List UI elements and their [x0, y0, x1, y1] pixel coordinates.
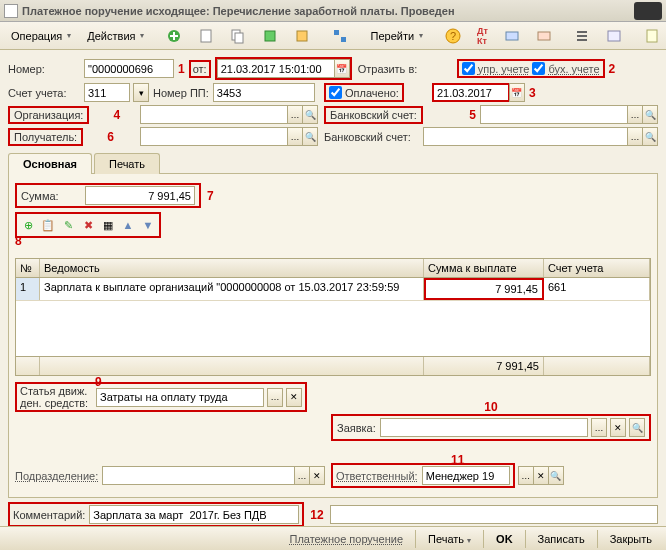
pp-link[interactable]: Платежное поручение [281, 530, 411, 548]
article-clear-icon[interactable]: ✕ [286, 388, 302, 407]
svg-rect-4 [265, 31, 275, 41]
request-clear-icon[interactable]: ✕ [610, 418, 626, 437]
help-icon[interactable]: ? [438, 25, 468, 47]
paid-date-field[interactable] [432, 83, 510, 102]
resp-dots-icon[interactable]: … [518, 466, 534, 485]
row-up-icon[interactable]: ▲ [119, 216, 137, 234]
mark-10: 10 [331, 400, 651, 414]
pp-field[interactable] [213, 83, 315, 102]
recipient-field[interactable] [140, 127, 288, 146]
bank1-field[interactable] [480, 105, 628, 124]
resp-clear-icon[interactable]: ✕ [533, 466, 549, 485]
resp-label: Ответственный: [336, 470, 418, 482]
request-dots-icon[interactable]: … [591, 418, 607, 437]
window-title: Платежное поручение исходящее: Перечисле… [22, 5, 634, 17]
svg-text:?: ? [450, 30, 456, 42]
upr-checkbox[interactable] [462, 62, 475, 75]
bank2-field[interactable] [423, 127, 628, 146]
svg-rect-13 [647, 30, 657, 42]
tool-a-icon[interactable] [497, 25, 527, 47]
resp-search-icon[interactable]: 🔍 [548, 466, 564, 485]
struct-icon[interactable] [325, 25, 355, 47]
operation-menu[interactable]: Операция [4, 27, 78, 45]
ledger-icon[interactable] [637, 25, 666, 47]
cell-sum: 7 991,45 [424, 278, 544, 300]
row-down-icon[interactable]: ▼ [139, 216, 157, 234]
org-field[interactable] [140, 105, 288, 124]
mark-9: 9 [95, 375, 102, 389]
row-delete-icon[interactable]: ✖ [79, 216, 97, 234]
article-field[interactable] [96, 388, 264, 407]
recipient-dots-icon[interactable]: … [287, 127, 303, 146]
buh-checkbox[interactable] [532, 62, 545, 75]
comment-label: Комментарий: [13, 509, 85, 521]
bank1-dots-icon[interactable]: … [627, 105, 643, 124]
dept-field[interactable] [102, 466, 295, 485]
row-fill-icon[interactable]: ▦ [99, 216, 117, 234]
comment-ext-field[interactable] [330, 505, 658, 524]
grid-toolbar: ⊕ 📋 ✎ ✖ ▦ ▲ ▼ [15, 212, 161, 238]
request-field[interactable] [380, 418, 588, 437]
cell-n: 1 [16, 278, 40, 300]
row-add-icon[interactable]: ⊕ [19, 216, 37, 234]
add-icon[interactable] [159, 25, 189, 47]
doc-icon[interactable] [191, 25, 221, 47]
close-button[interactable]: Закрыть [602, 530, 660, 548]
request-search-icon[interactable]: 🔍 [629, 418, 645, 437]
calendar-icon[interactable]: 📅 [334, 59, 350, 78]
card-icon[interactable] [599, 25, 629, 47]
col-vedomost[interactable]: Ведомость [40, 259, 424, 277]
mark-11: 11 [451, 453, 464, 467]
dtkt-icon[interactable]: ДтКт [470, 23, 495, 49]
save-button[interactable]: Записать [530, 530, 593, 548]
paid-checkbox[interactable] [329, 86, 342, 99]
comment-field[interactable] [89, 505, 299, 524]
row-edit-icon[interactable]: ✎ [59, 216, 77, 234]
tab-main[interactable]: Основная [8, 153, 92, 174]
account-dd-icon[interactable]: ▾ [133, 83, 149, 102]
bank1-label: Банковский счет: [324, 106, 423, 124]
resp-field[interactable] [422, 466, 510, 485]
tool-b-icon[interactable] [529, 25, 559, 47]
sum-field[interactable] [85, 186, 195, 205]
mark-1: 1 [178, 62, 185, 76]
account-label: Счет учета: [8, 87, 80, 99]
bank2-dots-icon[interactable]: … [627, 127, 643, 146]
bank2-label: Банковский счет: [324, 131, 419, 143]
svg-rect-12 [608, 31, 620, 41]
report-icon[interactable] [287, 25, 317, 47]
dept-clear-icon[interactable]: ✕ [309, 466, 325, 485]
footer-sum: 7 991,45 [424, 357, 544, 375]
svg-rect-3 [235, 33, 243, 43]
recipient-label: Получатель: [8, 128, 83, 146]
org-dots-icon[interactable]: … [287, 105, 303, 124]
account-field[interactable] [84, 83, 130, 102]
mark-6: 6 [107, 130, 114, 144]
goto-menu[interactable]: Перейти [363, 27, 430, 45]
grid: № Ведомость Сумма к выплате Счет учета 1… [15, 258, 651, 376]
col-n[interactable]: № [16, 259, 40, 277]
window-icon [4, 4, 18, 18]
paid-calendar-icon[interactable]: 📅 [509, 83, 525, 102]
tab-print[interactable]: Печать [94, 153, 160, 174]
col-sum[interactable]: Сумма к выплате [424, 259, 544, 277]
copy-icon[interactable] [223, 25, 253, 47]
recipient-search-icon[interactable]: 🔍 [302, 127, 318, 146]
actions-menu[interactable]: Действия [80, 27, 151, 45]
bank2-search-icon[interactable]: 🔍 [642, 127, 658, 146]
bank1-search-icon[interactable]: 🔍 [642, 105, 658, 124]
main-toolbar: Операция Действия Перейти ? ДтКт stosec [0, 22, 666, 50]
row-clone-icon[interactable]: 📋 [39, 216, 57, 234]
cell-acc: 661 [544, 278, 650, 300]
dept-dots-icon[interactable]: … [294, 466, 310, 485]
ok-button[interactable]: OK [488, 530, 521, 548]
article-dots-icon[interactable]: … [267, 388, 283, 407]
number-field[interactable] [84, 59, 174, 78]
org-search-icon[interactable]: 🔍 [302, 105, 318, 124]
date-field[interactable] [217, 59, 335, 78]
col-account[interactable]: Счет учета [544, 259, 650, 277]
post-icon[interactable] [255, 25, 285, 47]
table-row[interactable]: 1 Зарплата к выплате организаций "000000… [16, 278, 650, 301]
print-button[interactable]: Печать [420, 530, 479, 548]
list-icon[interactable] [567, 25, 597, 47]
